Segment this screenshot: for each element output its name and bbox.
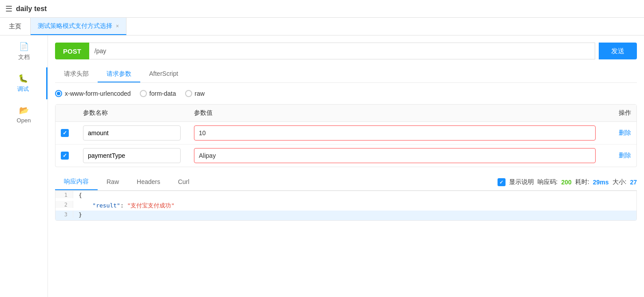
response-tabs: 响应内容 Raw Headers Curl 显示说明 响应码: 200 耗时: … — [55, 174, 637, 191]
tab-afterscript[interactable]: AfterScript — [140, 66, 187, 82]
brace-close: } — [79, 211, 82, 218]
json-key-result: "result" — [92, 202, 120, 209]
sidebar-label-debug: 调试 — [17, 85, 29, 93]
sidebar-item-open[interactable]: 📂 Open — [0, 99, 47, 130]
row1-check-cell — [61, 129, 83, 137]
table-row: 删除 — [55, 145, 636, 167]
size-value: 27 — [630, 179, 637, 186]
tab-response-curl[interactable]: Curl — [169, 175, 198, 190]
main-layout: 📄 文档 🐛 调试 📂 Open POST 发送 请求头部 — [0, 35, 644, 297]
response-code-container: 1 { 2 "result": "支付宝支付成功" 3 — [55, 191, 637, 221]
send-button[interactable]: 发送 — [599, 43, 637, 59]
method-badge: POST — [55, 43, 89, 59]
tab-active[interactable]: 测试策略模式支付方式选择 × — [31, 18, 126, 35]
params-table: 参数名称 参数值 操作 删除 — [55, 104, 637, 167]
url-bar: POST 发送 — [55, 43, 637, 59]
open-icon: 📂 — [19, 106, 29, 115]
row2-action-cell: 删除 — [596, 152, 631, 160]
app-title: daily test — [16, 5, 47, 13]
size-label: 大小: — [612, 178, 627, 186]
brace-open: { — [79, 192, 82, 199]
header-name-cell: 参数名称 — [83, 109, 194, 117]
json-value-result: "支付宝支付成功" — [127, 202, 175, 209]
params-table-header: 参数名称 参数值 操作 — [55, 105, 636, 122]
row1-name-cell — [83, 125, 194, 141]
row2-checkbox[interactable] — [61, 152, 69, 160]
row1-value-input[interactable] — [194, 125, 596, 141]
row2-check-cell — [61, 152, 83, 160]
line-content-1: { — [73, 191, 636, 199]
tab-response-content[interactable]: 响应内容 — [55, 174, 98, 190]
row2-name-input[interactable] — [83, 148, 181, 163]
menu-icon[interactable]: ☰ — [5, 4, 12, 14]
sidebar-item-doc[interactable]: 📄 文档 — [0, 35, 47, 67]
sidebar: 📄 文档 🐛 调试 📂 Open — [0, 35, 48, 297]
show-desc-checkbox[interactable] — [498, 178, 506, 186]
doc-icon: 📄 — [19, 42, 29, 51]
response-body: 1 { 2 "result": "支付宝支付成功" 3 — [55, 191, 636, 220]
time-label: 耗时: — [575, 178, 589, 186]
row1-name-input[interactable] — [83, 125, 181, 141]
tab-home[interactable]: 主页 — [0, 18, 31, 35]
tab-response-headers[interactable]: Headers — [128, 175, 169, 190]
code-line-3: 3 } — [55, 211, 636, 220]
tab-request-params[interactable]: 请求参数 — [98, 66, 140, 82]
sidebar-label-open: Open — [17, 117, 31, 124]
url-input[interactable] — [89, 43, 595, 59]
row1-delete-button[interactable]: 删除 — [619, 129, 631, 137]
radio-raw[interactable]: raw — [185, 90, 205, 97]
tab-bar: 主页 测试策略模式支付方式选择 × — [0, 18, 644, 35]
status-code-label: 响应码: — [537, 178, 558, 186]
time-value: 29ms — [593, 179, 609, 186]
debug-icon: 🐛 — [18, 74, 28, 83]
top-bar: ☰ daily test — [0, 0, 644, 18]
line-content-2: "result": "支付宝支付成功" — [73, 201, 636, 211]
tab-request-headers[interactable]: 请求头部 — [55, 66, 98, 82]
response-info: 显示说明 响应码: 200 耗时: 29ms 大小: 27 — [498, 178, 637, 186]
show-desc-label: 显示说明 — [509, 178, 534, 186]
table-row: 删除 — [55, 122, 636, 145]
row2-value-cell — [194, 148, 596, 163]
line-num-2: 2 — [55, 201, 73, 208]
line-num-3: 3 — [55, 211, 73, 218]
radio-circle-formdata — [140, 90, 147, 97]
row2-value-input[interactable] — [194, 148, 596, 163]
status-code-value: 200 — [561, 179, 571, 186]
request-tabs: 请求头部 请求参数 AfterScript — [55, 66, 637, 83]
sidebar-item-debug[interactable]: 🐛 调试 — [0, 67, 47, 99]
code-line-1: 1 { — [55, 191, 636, 201]
row1-checkbox[interactable] — [61, 129, 69, 137]
line-content-3: } — [73, 211, 636, 219]
radio-circle-urlencoded — [55, 90, 62, 97]
radio-circle-raw — [185, 90, 192, 97]
radio-urlencoded[interactable]: x-www-form-urlencoded — [55, 90, 131, 97]
header-action-cell: 操作 — [596, 109, 631, 117]
tab-close-icon[interactable]: × — [116, 23, 119, 29]
line-num-1: 1 — [55, 191, 73, 198]
content-area: POST 发送 请求头部 请求参数 AfterScript x-www-form… — [48, 35, 644, 297]
json-colon: : — [120, 202, 127, 209]
sidebar-label-doc: 文档 — [18, 53, 30, 61]
header-value-cell: 参数值 — [194, 109, 596, 117]
radio-formdata[interactable]: form-data — [140, 90, 176, 97]
row1-action-cell: 删除 — [596, 129, 631, 137]
row1-value-cell — [194, 125, 596, 141]
row2-name-cell — [83, 148, 194, 163]
tab-response-raw[interactable]: Raw — [98, 175, 128, 190]
row2-delete-button[interactable]: 删除 — [619, 152, 631, 160]
code-line-2: 2 "result": "支付宝支付成功" — [55, 201, 636, 211]
body-type-group: x-www-form-urlencoded form-data raw — [55, 90, 637, 97]
